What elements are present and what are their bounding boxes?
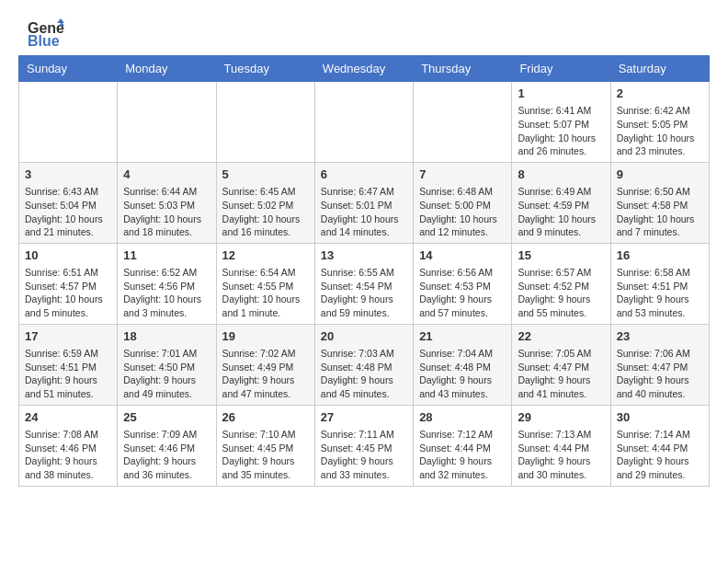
calendar-cell: 23Sunrise: 7:06 AMSunset: 4:47 PMDayligh… xyxy=(610,324,709,405)
calendar-cell: 13Sunrise: 6:55 AMSunset: 4:54 PMDayligh… xyxy=(314,243,413,324)
calendar-cell: 3Sunrise: 6:43 AMSunset: 5:04 PMDaylight… xyxy=(19,162,118,243)
day-number: 18 xyxy=(123,328,210,345)
day-info: Daylight: 10 hours and 7 minutes. xyxy=(617,213,703,239)
day-number: 22 xyxy=(518,328,604,345)
day-info: Sunrise: 6:49 AM xyxy=(518,185,604,199)
day-info: Sunset: 4:48 PM xyxy=(321,361,407,374)
calendar-cell: 30Sunrise: 7:14 AMSunset: 4:44 PMDayligh… xyxy=(610,405,709,486)
calendar-body: 1Sunrise: 6:41 AMSunset: 5:07 PMDaylight… xyxy=(19,82,710,487)
day-info: Sunset: 4:55 PM xyxy=(222,280,309,293)
calendar-cell: 24Sunrise: 7:08 AMSunset: 4:46 PMDayligh… xyxy=(19,405,118,486)
calendar-cell: 18Sunrise: 7:01 AMSunset: 4:50 PMDayligh… xyxy=(118,324,216,405)
day-info: Daylight: 9 hours and 59 minutes. xyxy=(321,293,407,319)
logo: General Blue xyxy=(28,18,64,46)
day-info: Sunset: 4:44 PM xyxy=(518,442,604,455)
day-info: Sunrise: 7:05 AM xyxy=(518,347,604,361)
day-number: 29 xyxy=(518,409,604,426)
day-info: Sunset: 4:45 PM xyxy=(321,442,407,455)
day-number: 3 xyxy=(25,167,111,183)
day-info: Daylight: 9 hours and 57 minutes. xyxy=(419,293,506,319)
day-info: Daylight: 10 hours and 5 minutes. xyxy=(25,293,111,319)
day-info: Sunset: 5:07 PM xyxy=(518,118,604,132)
calendar-cell: 10Sunrise: 6:51 AMSunset: 4:57 PMDayligh… xyxy=(19,243,118,324)
day-info: Sunset: 4:47 PM xyxy=(518,361,604,374)
day-info: Sunset: 5:05 PM xyxy=(617,118,703,132)
day-info: Sunset: 4:57 PM xyxy=(25,280,111,293)
day-info: Sunrise: 6:54 AM xyxy=(222,266,309,280)
day-info: Daylight: 9 hours and 55 minutes. xyxy=(518,293,604,319)
calendar-cell: 28Sunrise: 7:12 AMSunset: 4:44 PMDayligh… xyxy=(414,405,512,486)
day-info: Sunrise: 6:47 AM xyxy=(321,185,407,199)
day-info: Daylight: 10 hours and 23 minutes. xyxy=(617,132,703,158)
day-info: Sunrise: 7:14 AM xyxy=(617,428,703,442)
day-info: Sunrise: 6:56 AM xyxy=(419,266,506,280)
week-row-3: 10Sunrise: 6:51 AMSunset: 4:57 PMDayligh… xyxy=(19,243,710,324)
day-info: Sunset: 4:51 PM xyxy=(25,361,111,374)
day-number: 11 xyxy=(123,247,210,264)
day-info: Sunrise: 6:58 AM xyxy=(617,266,703,280)
page-header: General Blue xyxy=(0,0,728,55)
calendar-cell: 16Sunrise: 6:58 AMSunset: 4:51 PMDayligh… xyxy=(610,243,709,324)
day-info: Sunrise: 6:50 AM xyxy=(617,185,703,199)
calendar-cell: 15Sunrise: 6:57 AMSunset: 4:52 PMDayligh… xyxy=(512,243,610,324)
calendar-cell: 14Sunrise: 6:56 AMSunset: 4:53 PMDayligh… xyxy=(414,243,512,324)
day-number: 4 xyxy=(123,167,210,183)
day-info: Sunset: 5:02 PM xyxy=(222,199,309,213)
day-info: Daylight: 9 hours and 49 minutes. xyxy=(123,373,210,400)
day-info: Sunrise: 7:11 AM xyxy=(321,428,407,442)
column-header-monday: Monday xyxy=(118,56,216,82)
calendar-header-row: SundayMondayTuesdayWednesdayThursdayFrid… xyxy=(19,56,710,82)
day-info: Sunset: 4:53 PM xyxy=(419,280,506,293)
day-info: Sunrise: 7:02 AM xyxy=(222,347,309,361)
day-info: Daylight: 10 hours and 26 minutes. xyxy=(518,132,604,158)
calendar-cell: 29Sunrise: 7:13 AMSunset: 4:44 PMDayligh… xyxy=(512,405,610,486)
day-info: Sunset: 5:04 PM xyxy=(25,199,111,213)
day-info: Sunrise: 6:59 AM xyxy=(25,347,111,361)
day-number: 9 xyxy=(617,167,703,183)
calendar-cell: 19Sunrise: 7:02 AMSunset: 4:49 PMDayligh… xyxy=(216,324,314,405)
day-info: Sunrise: 7:12 AM xyxy=(419,428,506,442)
day-info: Sunrise: 6:48 AM xyxy=(419,185,506,199)
day-info: Daylight: 10 hours and 21 minutes. xyxy=(25,213,111,239)
day-info: Daylight: 9 hours and 36 minutes. xyxy=(123,454,210,481)
column-header-saturday: Saturday xyxy=(610,56,709,82)
day-number: 10 xyxy=(25,247,111,264)
day-info: Daylight: 9 hours and 51 minutes. xyxy=(25,373,111,400)
day-info: Sunset: 4:54 PM xyxy=(321,280,407,293)
week-row-4: 17Sunrise: 6:59 AMSunset: 4:51 PMDayligh… xyxy=(19,324,710,405)
day-info: Sunrise: 6:41 AM xyxy=(518,104,604,118)
calendar-table: SundayMondayTuesdayWednesdayThursdayFrid… xyxy=(18,55,710,487)
day-info: Daylight: 9 hours and 45 minutes. xyxy=(321,373,407,400)
day-info: Sunset: 4:59 PM xyxy=(518,199,604,213)
day-info: Sunset: 4:50 PM xyxy=(123,361,210,374)
calendar-cell: 22Sunrise: 7:05 AMSunset: 4:47 PMDayligh… xyxy=(512,324,610,405)
day-info: Daylight: 9 hours and 53 minutes. xyxy=(617,293,703,319)
day-info: Sunrise: 7:09 AM xyxy=(123,428,210,442)
day-info: Sunrise: 7:13 AM xyxy=(518,428,604,442)
day-info: Sunrise: 7:03 AM xyxy=(321,347,407,361)
day-info: Sunrise: 7:10 AM xyxy=(222,428,309,442)
day-info: Sunrise: 6:51 AM xyxy=(25,266,111,280)
day-info: Daylight: 9 hours and 38 minutes. xyxy=(25,454,111,481)
day-info: Daylight: 9 hours and 33 minutes. xyxy=(321,454,407,481)
day-number: 30 xyxy=(617,409,703,426)
day-info: Daylight: 9 hours and 35 minutes. xyxy=(222,454,309,481)
day-info: Daylight: 10 hours and 12 minutes. xyxy=(419,213,506,239)
day-info: Daylight: 9 hours and 29 minutes. xyxy=(617,454,703,481)
day-info: Sunrise: 7:06 AM xyxy=(617,347,703,361)
day-info: Sunrise: 6:43 AM xyxy=(25,185,111,199)
day-info: Daylight: 9 hours and 32 minutes. xyxy=(419,454,506,481)
calendar-cell: 27Sunrise: 7:11 AMSunset: 4:45 PMDayligh… xyxy=(314,405,413,486)
column-header-tuesday: Tuesday xyxy=(216,56,314,82)
day-info: Sunset: 4:46 PM xyxy=(25,442,111,455)
day-number: 15 xyxy=(518,247,604,264)
day-number: 27 xyxy=(321,409,407,426)
day-info: Sunset: 5:03 PM xyxy=(123,199,210,213)
calendar-cell xyxy=(314,82,413,163)
logo-icon: General Blue xyxy=(28,18,64,46)
week-row-1: 1Sunrise: 6:41 AMSunset: 5:07 PMDaylight… xyxy=(19,82,710,163)
day-number: 6 xyxy=(321,167,407,183)
day-info: Sunset: 5:00 PM xyxy=(419,199,506,213)
day-info: Sunrise: 7:08 AM xyxy=(25,428,111,442)
day-number: 24 xyxy=(25,409,111,426)
